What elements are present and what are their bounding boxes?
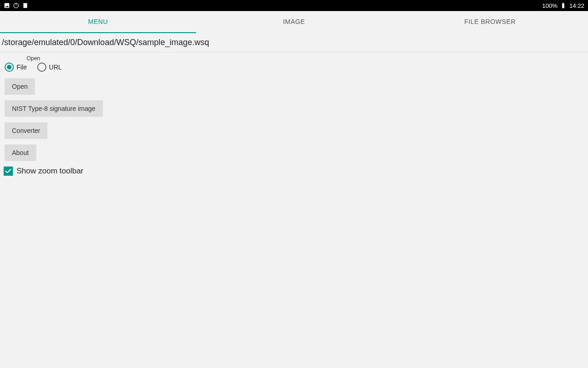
svg-rect-4: [563, 3, 564, 3]
document-icon: [22, 2, 28, 9]
radio-indicator: [5, 63, 14, 72]
radio-label: URL: [49, 63, 62, 71]
tab-label: IMAGE: [283, 18, 305, 25]
show-zoom-toolbar-row: Show zoom toolbar: [0, 165, 588, 178]
power-icon: [13, 2, 19, 9]
file-path-display: /storage/emulated/0/Download/WSQ/sample_…: [0, 33, 588, 52]
tab-label: MENU: [88, 18, 108, 25]
svg-rect-2: [23, 3, 27, 8]
open-group-label: Open: [27, 55, 583, 62]
open-button[interactable]: Open: [5, 78, 35, 95]
about-button[interactable]: About: [5, 144, 36, 161]
check-icon: [5, 167, 12, 175]
status-left-icons: [4, 2, 28, 9]
tab-file-browser[interactable]: FILE BROWSER: [392, 11, 588, 33]
tab-label: FILE BROWSER: [464, 18, 516, 25]
svg-rect-3: [562, 3, 565, 8]
open-section: Open File URL: [0, 52, 588, 75]
show-zoom-toolbar-checkbox[interactable]: [4, 167, 13, 176]
tab-bar: MENU IMAGE FILE BROWSER: [0, 11, 588, 33]
radio-indicator: [37, 63, 46, 72]
radio-label: File: [17, 63, 27, 71]
battery-percentage: 100%: [542, 2, 557, 9]
show-zoom-toolbar-label: Show zoom toolbar: [17, 167, 84, 176]
tab-menu[interactable]: MENU: [0, 11, 196, 33]
image-icon: [4, 2, 10, 9]
open-radio-group: File URL: [5, 63, 583, 72]
status-right: 100% 14:22: [542, 2, 584, 9]
nist-type8-button[interactable]: NIST Type-8 signature image: [5, 100, 103, 117]
button-column: Open NIST Type-8 signature image Convert…: [0, 75, 588, 165]
status-bar: 100% 14:22: [0, 0, 588, 11]
radio-file[interactable]: File: [5, 63, 27, 72]
tab-image[interactable]: IMAGE: [196, 11, 392, 33]
converter-button[interactable]: Converter: [5, 122, 47, 139]
battery-icon: [560, 2, 566, 9]
radio-url[interactable]: URL: [37, 63, 62, 72]
clock-time: 14:22: [569, 2, 584, 9]
